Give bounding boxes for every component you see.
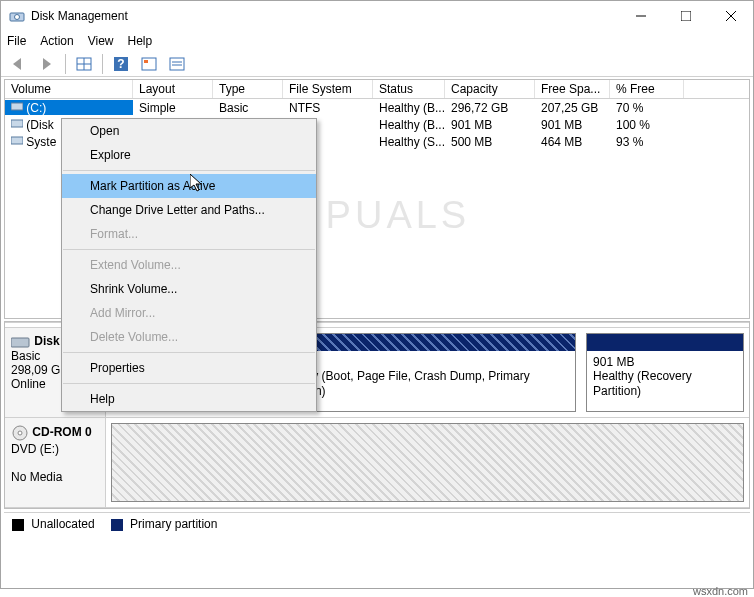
col-status[interactable]: Status: [373, 80, 445, 98]
minimize-button[interactable]: [618, 1, 663, 31]
close-button[interactable]: [708, 1, 753, 31]
toolbar: ?: [1, 51, 753, 77]
svg-text:?: ?: [117, 57, 124, 71]
ctx-delete: Delete Volume...: [62, 325, 316, 349]
disk-status: Online: [11, 377, 46, 391]
ctx-help[interactable]: Help: [62, 387, 316, 411]
menu-action[interactable]: Action: [40, 34, 73, 48]
volume-cell: Basic: [213, 101, 283, 115]
col-pctfree[interactable]: % Free: [610, 80, 684, 98]
svg-rect-13: [142, 58, 156, 70]
svg-rect-14: [144, 60, 148, 63]
disk-type: Basic: [11, 349, 40, 363]
attribution: wsxdn.com: [693, 585, 748, 597]
col-volume[interactable]: Volume: [5, 80, 133, 98]
col-layout[interactable]: Layout: [133, 80, 213, 98]
volume-cell: 296,72 GB: [445, 101, 535, 115]
window-title: Disk Management: [31, 9, 618, 23]
volume-cell: 500 MB: [445, 135, 535, 149]
cdrom-label: CD-ROM 0: [32, 425, 91, 439]
svg-rect-21: [11, 338, 29, 347]
volume-icon: [11, 117, 23, 129]
disk-size: 298,09 G: [11, 363, 60, 377]
col-type[interactable]: Type: [213, 80, 283, 98]
svg-rect-19: [11, 120, 23, 127]
forward-button[interactable]: [35, 53, 59, 75]
volume-cell: Healthy (B...: [373, 101, 445, 115]
partition-block[interactable]: 901 MB Healthy (Recovery Partition): [586, 333, 744, 412]
svg-rect-15: [170, 58, 184, 70]
disk-label: Disk: [34, 334, 59, 348]
empty-partition: [111, 423, 744, 502]
menubar: File Action View Help: [1, 31, 753, 51]
partition-info: Healthy (Boot, Page File, Crash Dump, Pr…: [278, 369, 570, 398]
legend-swatch-blue: [111, 519, 123, 531]
volume-cell: Healthy (S...: [373, 135, 445, 149]
svg-marker-6: [13, 58, 21, 70]
volume-name: (Disk: [26, 118, 53, 132]
svg-rect-20: [11, 137, 23, 144]
volume-list-header: Volume Layout Type File System Status Ca…: [5, 80, 749, 99]
legend-primary: Primary partition: [111, 517, 218, 531]
menu-file[interactable]: File: [7, 34, 26, 48]
svg-point-23: [18, 431, 22, 435]
legend-unallocated: Unallocated: [12, 517, 95, 531]
legend-swatch-black: [12, 519, 24, 531]
help-icon[interactable]: ?: [109, 53, 133, 75]
ctx-mark-active[interactable]: Mark Partition as Active: [62, 174, 316, 198]
menu-help[interactable]: Help: [128, 34, 153, 48]
volume-icon: [11, 100, 23, 112]
ctx-change-letter[interactable]: Change Drive Letter and Paths...: [62, 198, 316, 222]
svg-rect-18: [11, 103, 23, 110]
toolbar-settings-icon[interactable]: [137, 53, 161, 75]
disk-row: CD-ROM 0 DVD (E:) No Media: [5, 418, 749, 508]
svg-point-1: [15, 15, 20, 20]
partition-stripe: [272, 334, 576, 351]
ctx-open[interactable]: Open: [62, 119, 316, 143]
col-capacity[interactable]: Capacity: [445, 80, 535, 98]
back-button[interactable]: [7, 53, 31, 75]
toolbar-list-icon[interactable]: [165, 53, 189, 75]
disk-icon: [11, 335, 31, 349]
svg-marker-7: [43, 58, 51, 70]
disk-header[interactable]: CD-ROM 0 DVD (E:) No Media: [5, 418, 106, 507]
toolbar-view-icon[interactable]: [72, 53, 96, 75]
volume-cell: 100 %: [610, 118, 684, 132]
cdrom-status: No Media: [11, 470, 62, 484]
partition-info: Healthy (Recovery Partition): [593, 369, 737, 398]
ctx-explore[interactable]: Explore: [62, 143, 316, 167]
ctx-format: Format...: [62, 222, 316, 246]
partition-info: 901 MB: [593, 355, 737, 369]
volume-cell: 901 MB: [445, 118, 535, 132]
volume-icon: [11, 134, 23, 146]
context-menu: Open Explore Mark Partition as Active Ch…: [61, 118, 317, 412]
volume-cell: 93 %: [610, 135, 684, 149]
maximize-button[interactable]: [663, 1, 708, 31]
volume-cell: 464 MB: [535, 135, 610, 149]
col-fs[interactable]: File System: [283, 80, 373, 98]
legend: Unallocated Primary partition: [4, 512, 750, 535]
volume-cell: Simple: [133, 101, 213, 115]
cdrom-type: DVD (E:): [11, 442, 59, 456]
volume-row[interactable]: (C:) Simple Basic NTFS Healthy (B... 296…: [5, 99, 749, 116]
volume-cell: NTFS: [283, 101, 373, 115]
ctx-mirror: Add Mirror...: [62, 301, 316, 325]
svg-rect-3: [681, 11, 691, 21]
titlebar: Disk Management: [1, 1, 753, 31]
disk-mgmt-icon: [9, 8, 25, 24]
col-free[interactable]: Free Spa...: [535, 80, 610, 98]
ctx-extend: Extend Volume...: [62, 253, 316, 277]
volume-name: Syste: [26, 135, 56, 149]
partition-stripe: [587, 334, 743, 351]
partition-info: NTFS: [278, 355, 570, 369]
volume-cell: 901 MB: [535, 118, 610, 132]
volume-name: (C:): [26, 101, 46, 115]
ctx-shrink[interactable]: Shrink Volume...: [62, 277, 316, 301]
volume-cell: 70 %: [610, 101, 684, 115]
volume-cell: Healthy (B...: [373, 118, 445, 132]
ctx-properties[interactable]: Properties: [62, 356, 316, 380]
menu-view[interactable]: View: [88, 34, 114, 48]
cd-icon: [11, 424, 29, 442]
volume-cell: 207,25 GB: [535, 101, 610, 115]
